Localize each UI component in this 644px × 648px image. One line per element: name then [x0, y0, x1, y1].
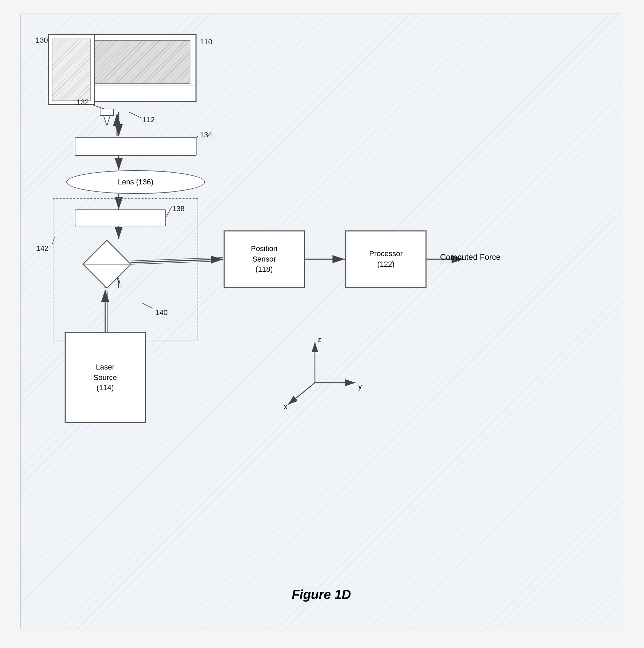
label-140: 140 [155, 308, 168, 317]
scope-inner [52, 39, 91, 101]
probe-tip [93, 109, 120, 130]
svg-marker-29 [104, 115, 110, 126]
monitor-screen [94, 40, 190, 84]
label-130: 130 [36, 36, 48, 45]
svg-rect-28 [100, 109, 114, 115]
position-sensor-label: Position Sensor (118) [251, 244, 277, 275]
processor-box: Processor (122) [345, 230, 427, 288]
label-132: 132 [76, 98, 89, 107]
position-sensor-box: Position Sensor (118) [224, 230, 305, 288]
y-axis-label: y [358, 382, 362, 391]
lens-136: Lens (136) [66, 170, 205, 194]
svg-line-27 [288, 383, 315, 405]
z-axis-label: z [318, 335, 321, 344]
laser-source-box: Laser Source (114) [65, 332, 146, 423]
label-134: 134 [200, 131, 212, 139]
label-112: 112 [142, 115, 155, 124]
bar-134 [75, 137, 197, 156]
lens-label: Lens (136) [118, 178, 153, 186]
diagram-container: 110 130 132 112 134 Lens (136) 138 142 [20, 14, 622, 629]
laser-label: Laser Source (114) [93, 362, 117, 393]
svg-line-20 [129, 112, 142, 118]
processor-label: Processor (122) [369, 249, 402, 270]
x-axis-label: x [284, 402, 288, 411]
figure-caption: Figure 1D [21, 587, 622, 602]
monitor-base [89, 86, 196, 101]
label-142: 142 [36, 244, 49, 253]
prism-beamsplitter [80, 237, 131, 288]
label-110: 110 [200, 38, 212, 46]
scope-body [48, 34, 95, 105]
monitor-display [88, 34, 197, 102]
computed-force-label: Computed Force [440, 252, 501, 262]
